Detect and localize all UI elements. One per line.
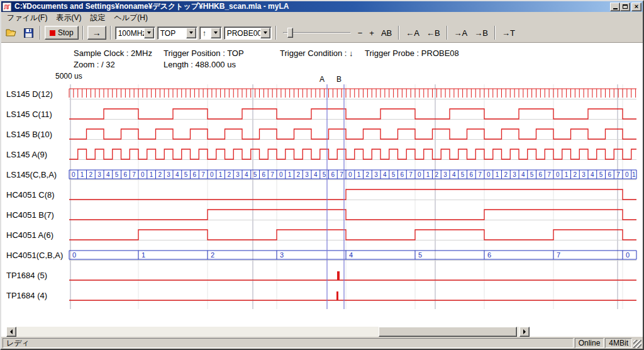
menu-settings[interactable]: 設定: [86, 11, 109, 25]
svg-text:0: 0: [279, 171, 283, 178]
svg-text:5: 5: [115, 171, 119, 178]
svg-text:0: 0: [487, 171, 491, 178]
trigger-position-value: TOP: [158, 28, 186, 38]
toolbar-separator: [275, 26, 277, 40]
svg-text:2: 2: [211, 251, 214, 259]
svg-text:1: 1: [142, 251, 145, 259]
dropdown-arrow-icon[interactable]: [211, 28, 221, 38]
svg-text:6: 6: [539, 171, 543, 178]
menu-view[interactable]: 表示(V): [52, 11, 86, 25]
status-message: レディ: [3, 338, 574, 348]
status-bar: レディ Online 4MBit: [1, 337, 643, 349]
zoom-slider[interactable]: [283, 26, 351, 39]
svg-text:6: 6: [487, 251, 491, 259]
goto-cursor-b-right-button[interactable]: →B: [472, 27, 491, 39]
svg-text:3: 3: [443, 171, 447, 178]
scroll-right-button[interactable]: [519, 327, 530, 337]
trigger-probe-value: PROBE00: [225, 28, 260, 38]
chevron-down-icon: [147, 31, 151, 34]
zoom-in-button[interactable]: +: [367, 27, 377, 39]
svg-text:2: 2: [366, 171, 370, 178]
status-online-badge: Online: [575, 338, 604, 348]
dropdown-arrow-icon[interactable]: [144, 28, 154, 38]
channel-wave: 0123456701234567012345670123456701234567…: [69, 170, 636, 179]
trigger-edge-value: ↑: [200, 28, 211, 38]
svg-text:2: 2: [158, 171, 162, 178]
svg-text:3: 3: [513, 171, 516, 178]
trigger-probe-combobox[interactable]: PROBE00: [224, 26, 272, 40]
svg-text:4: 4: [452, 171, 456, 178]
svg-text:6: 6: [193, 171, 197, 178]
close-button[interactable]: ×: [631, 3, 641, 11]
svg-text:5: 5: [418, 251, 422, 259]
open-button[interactable]: [4, 25, 19, 40]
cursors[interactable]: AB: [319, 75, 344, 309]
svg-text:3: 3: [582, 171, 586, 178]
toolbar-separator: [40, 26, 41, 40]
run-button[interactable]: →: [87, 26, 106, 40]
trigger-edge-combobox[interactable]: ↑: [199, 26, 222, 40]
goto-cursor-a-right-button[interactable]: →A: [452, 27, 470, 39]
dropdown-arrow-icon[interactable]: [186, 28, 196, 38]
scroll-left-button[interactable]: [6, 327, 16, 337]
svg-text:0: 0: [348, 171, 352, 178]
svg-text:5: 5: [599, 171, 603, 178]
maximize-button[interactable]: [620, 3, 630, 11]
gridlines: [69, 84, 636, 309]
scrollbar-thumb[interactable]: [379, 327, 517, 337]
svg-text:6: 6: [608, 171, 612, 178]
stop-button[interactable]: Stop: [45, 26, 79, 40]
svg-text:5: 5: [253, 171, 257, 178]
svg-text:0: 0: [72, 251, 76, 259]
channel-wave: [69, 89, 636, 98]
dropdown-arrow-icon[interactable]: [260, 28, 270, 38]
channel-wave: 012345670: [69, 251, 636, 259]
stop-icon: [50, 30, 55, 36]
svg-text:2: 2: [89, 171, 93, 178]
svg-text:5: 5: [392, 171, 396, 178]
toolbar-separator: [494, 26, 496, 40]
toolbar-separator: [398, 26, 399, 40]
svg-text:7: 7: [409, 171, 413, 178]
horizontal-scrollbar[interactable]: [6, 327, 530, 337]
goto-cursor-a-left-button[interactable]: ←A: [403, 27, 422, 39]
sample-clock-combobox[interactable]: 100MHz: [115, 26, 155, 40]
svg-text:7: 7: [201, 171, 205, 178]
svg-text:3: 3: [236, 171, 240, 178]
zoom-out-button[interactable]: −: [355, 27, 365, 39]
menu-help[interactable]: ヘルプ(H): [109, 11, 152, 25]
svg-text:2: 2: [297, 171, 301, 178]
cursor-ab-button[interactable]: AB: [379, 27, 394, 39]
channel-wave: [69, 149, 636, 159]
svg-text:7: 7: [557, 251, 560, 259]
resize-grip[interactable]: [633, 340, 641, 348]
channel-wave: [69, 189, 636, 200]
svg-text:1: 1: [288, 171, 292, 178]
menu-file[interactable]: ファイル(F): [3, 11, 52, 25]
svg-text:2: 2: [504, 171, 508, 178]
svg-text:0: 0: [210, 171, 214, 178]
waveform-canvas[interactable]: 0123456701234567012345670123456701234567…: [1, 43, 643, 337]
save-button[interactable]: [21, 25, 36, 40]
scrollbar-track[interactable]: [16, 327, 519, 337]
goto-cursor-b-left-button[interactable]: ←B: [424, 27, 443, 39]
svg-text:4: 4: [349, 251, 353, 259]
status-capacity-badge: 4MBit: [605, 338, 632, 348]
svg-text:1: 1: [426, 171, 430, 178]
svg-text:5: 5: [323, 171, 326, 178]
svg-text:1: 1: [632, 171, 636, 178]
svg-text:0: 0: [141, 171, 145, 178]
channel-wave: [69, 271, 636, 280]
trigger-position-combobox[interactable]: TOP: [157, 26, 197, 40]
svg-text:7: 7: [270, 171, 274, 178]
arrow-right-icon: [523, 329, 526, 334]
slider-thumb[interactable]: [287, 28, 293, 38]
svg-text:3: 3: [167, 171, 170, 178]
arrow-left-icon: [10, 329, 13, 334]
floppy-icon: [24, 28, 33, 38]
minimize-button[interactable]: [610, 3, 620, 11]
toolbar-separator: [447, 26, 448, 40]
channel-wave: [69, 291, 636, 300]
goto-trigger-button[interactable]: →T: [499, 27, 518, 39]
svg-text:1: 1: [496, 171, 499, 178]
